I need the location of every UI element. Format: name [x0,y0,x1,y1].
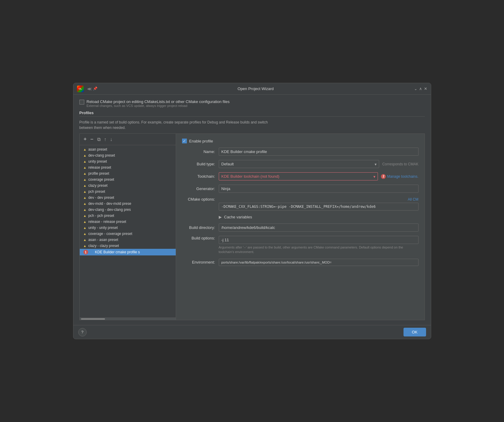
toolchain-select-wrapper: KDE Builder toolchain (not found) ▾ [219,172,378,180]
list-item[interactable]: ▲release - release preset [80,219,176,225]
list-item[interactable]: ▲dev-clang - dev-clang pres [80,207,176,213]
list-item[interactable]: ▲coverage preset [80,177,176,183]
main-panel: + − ⧉ ↑ ↓ ▲asan preset▲dev-clang preset▲… [79,133,425,320]
environment-row: Environment: [182,259,419,266]
list-item[interactable]: ▲profile preset [80,170,176,177]
list-item[interactable]: ▲asan preset [80,146,176,152]
remove-profile-button[interactable]: − [89,136,95,143]
build-type-label: Build type: [182,162,215,166]
badge-2: 2 [381,174,386,179]
list-item-label: profile preset [88,171,109,176]
name-input[interactable] [219,148,419,156]
environment-input[interactable] [219,259,419,266]
double-chevron-icon[interactable]: ≪ [87,86,92,91]
list-item[interactable]: ▲release preset [80,164,176,170]
list-scrollbar[interactable] [80,317,176,320]
list-item[interactable]: ▲unity preset [80,158,176,164]
list-item[interactable]: ▲pch preset [80,189,176,195]
list-item-label: coverage preset [88,177,114,182]
build-type-select[interactable]: Default Debug Release RelWithDebInfo Min… [219,160,379,168]
list-item-label: dev-mold - dev-mold prese [88,202,131,206]
dropdown-icon[interactable]: ⌄ [414,86,417,91]
build-options-hint: Arguments after '--' are passed to the b… [219,245,419,255]
titlebar: CL ≪ 📌 Open Project Wizard ⌄ ∧ ✕ [73,83,431,95]
list-item-label: dev - dev preset [88,195,114,200]
list-item[interactable]: ▲pch - pch preset [80,213,176,219]
enable-profile-checkbox[interactable] [182,139,187,143]
toolchain-label: Toolchain: [182,174,215,179]
warning-icon: ▲ [83,154,87,157]
list-item[interactable]: ▲unity - unity preset [80,225,176,231]
reload-main-text: Reload CMake project on editing CMakeLis… [87,99,230,104]
build-directory-label: Build directory: [182,225,215,230]
list-item-label: pch - pch preset [88,214,114,218]
list-item[interactable]: 1▲KDE Builder cmake profile s [80,249,176,255]
list-item[interactable]: ▲dev-mold - dev-mold prese [80,201,176,207]
warning-icon: ▲ [83,178,87,181]
minimize-icon[interactable]: ∧ [419,86,422,91]
cmake-options-label: CMake options: [182,197,215,202]
list-item[interactable]: ▲clazy - clazy preset [80,243,176,249]
manage-toolchains-button[interactable]: 2 Manage toolchains. [381,174,418,179]
list-item-label: clazy - clazy preset [88,244,119,248]
corresponds-text: Corresponds to CMAK [382,162,418,166]
build-directory-row: Build directory: [182,224,419,232]
build-options-label: Build options: [182,236,215,240]
list-item-label: dev-clang preset [88,153,115,158]
warning-icon: ▲ [83,160,87,163]
close-icon[interactable]: ✕ [424,86,427,91]
generator-label: Generator: [182,186,215,191]
generator-input[interactable] [219,185,419,193]
help-button[interactable]: ? [78,328,87,336]
list-item-label: unity - unity preset [88,226,118,230]
move-up-button[interactable]: ↑ [103,136,108,143]
reload-checkbox[interactable] [79,100,84,105]
bottom-bar: ? OK [73,325,431,339]
toolchain-select[interactable]: KDE Builder toolchain (not found) [219,172,378,180]
build-options-row: Build options: Arguments after '--' are … [182,236,419,255]
list-scrollbar-thumb [81,318,105,320]
warning-icon: ▲ [83,220,87,224]
list-item[interactable]: ▲clazy preset [80,183,176,189]
list-item-label: coverage - coverage preset [88,232,132,236]
list-item-badge-1: 1 [83,250,88,255]
profiles-description: Profile is a named set of build options.… [79,120,425,130]
environment-label: Environment: [182,260,215,264]
enable-profile-label: Enable profile [189,139,213,143]
list-item[interactable]: ▲coverage - coverage preset [80,231,176,237]
toolchain-row: Toolchain: KDE Builder toolchain (not fo… [182,172,419,180]
build-options-input[interactable] [219,236,419,244]
build-type-row: Build type: Default Debug Release RelWit… [182,160,419,168]
copy-profile-button[interactable]: ⧉ [96,136,102,143]
list-item[interactable]: ▲dev-clang preset [80,152,176,158]
dialog: CL ≪ 📌 Open Project Wizard ⌄ ∧ ✕ Reload … [73,83,431,339]
warning-icon: ▲ [83,244,87,248]
list-toolbar: + − ⧉ ↑ ↓ [80,134,176,145]
list-item[interactable]: ▲dev - dev preset [80,195,176,201]
profiles-header: Profiles [79,111,425,117]
warning-icon: ▲ [83,232,87,236]
dialog-title: Open Project Wizard [100,86,412,91]
warning-icon: ▲ [83,166,87,169]
reload-text: Reload CMake project on editing CMakeLis… [87,99,230,108]
list-item-label: dev-clang - dev-clang pres [88,208,131,212]
list-item[interactable]: ▲asan - asan preset [80,237,176,243]
build-directory-input[interactable] [219,224,419,232]
manage-toolchains-label[interactable]: Manage toolchains. [387,174,418,179]
add-profile-button[interactable]: + [82,136,88,143]
list-panel: + − ⧉ ↑ ↓ ▲asan preset▲dev-clang preset▲… [80,134,176,320]
cmake-options-input[interactable]: -DCMAKE_CXX_FLAGS:STRING=-pipe -DCMAKE_I… [219,203,419,211]
pin-icon[interactable]: 📌 [93,86,97,91]
list-item-label: pch preset [88,189,105,194]
reload-sub-text: External changes, such as VCS update, al… [87,104,230,108]
cache-vars-row[interactable]: ▶ Cache variables [182,215,419,219]
list-item-label: clazy preset [88,183,107,188]
name-label: Name: [182,149,215,154]
warning-icon: ▲ [83,214,87,217]
ok-button[interactable]: OK [404,328,426,336]
cmake-icon: ▲ [90,250,93,254]
move-down-button[interactable]: ↓ [109,136,114,143]
list-item-label: unity preset [88,159,107,164]
build-type-select-wrapper: Default Debug Release RelWithDebInfo Min… [219,160,379,168]
all-cmake-link[interactable]: All CM [408,197,418,202]
